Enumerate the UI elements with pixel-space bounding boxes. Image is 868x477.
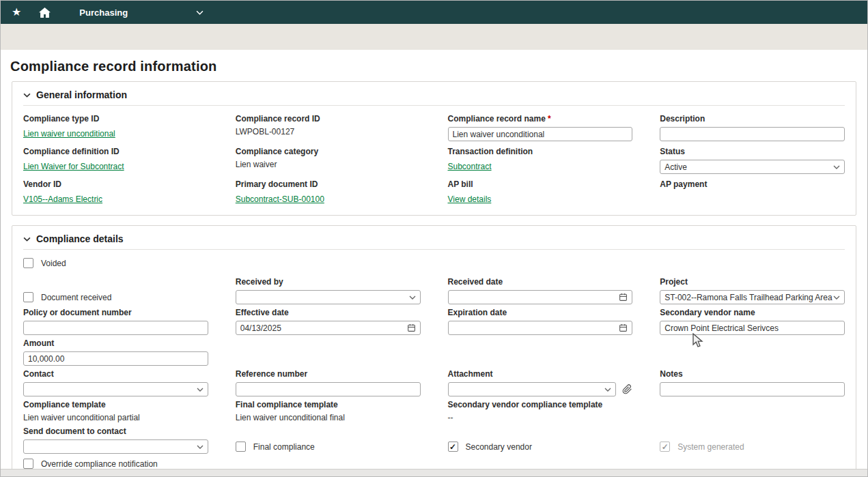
calendar-icon	[407, 323, 416, 332]
field-final-compliance-template: Final compliance template Lien waiver un…	[236, 400, 421, 423]
field-notes: Notes	[660, 369, 845, 396]
calendar-icon	[619, 293, 628, 302]
required-asterisk: *	[548, 114, 551, 124]
field-amount: Amount	[23, 338, 208, 366]
field-send-document-to-contact: Send document to contact	[23, 427, 208, 454]
field-ap-bill: AP bill View details	[448, 179, 633, 205]
compliance-category-value: Lien waiver	[236, 160, 421, 170]
paperclip-icon[interactable]	[622, 384, 632, 394]
details-row-6: Send document to contact Final complianc…	[23, 427, 845, 454]
field-compliance-record-id: Compliance record ID LWPOBL-00127	[236, 114, 421, 137]
chevron-down-icon	[196, 10, 204, 15]
chevron-down-icon	[604, 388, 611, 392]
transaction-definition-link[interactable]: Subcontract	[448, 162, 492, 172]
app-window: ★ Purchasing Compliance record informati…	[0, 0, 868, 477]
document-received-checkbox[interactable]: Document received	[23, 292, 208, 304]
section-chevron-down-icon	[23, 93, 31, 98]
field-compliance-category: Compliance category Lien waiver	[236, 147, 421, 170]
compliance-template-value: Lien waiver unconditional partial	[23, 413, 208, 423]
override-compliance-notification-checkbox[interactable]: Override compliance notification	[23, 459, 845, 469]
chevron-down-icon	[833, 295, 840, 300]
details-row-1: Document received Received by Received d…	[23, 277, 845, 304]
field-reference-number: Reference number	[236, 369, 421, 396]
compliance-type-id-link[interactable]: Lien waiver unconditional	[23, 129, 115, 139]
details-row-4: Contact Reference number Attachment	[23, 369, 845, 396]
field-policy-or-document-number: Policy or document number	[23, 308, 208, 335]
topbar: ★ Purchasing	[1, 1, 867, 24]
secondary-vendor-name-input[interactable]	[660, 321, 845, 335]
notes-input[interactable]	[660, 382, 845, 396]
details-row-3: Amount	[23, 338, 845, 366]
attachment-select[interactable]	[448, 382, 617, 396]
app-menu-label: Purchasing	[79, 8, 128, 18]
field-secondary-vendor-compliance-template: Secondary vendor compliance template --	[448, 400, 633, 423]
page-title: Compliance record information	[1, 50, 867, 81]
home-icon[interactable]	[39, 8, 51, 18]
compliance-record-id-value: LWPOBL-00127	[236, 127, 421, 137]
details-row-2: Policy or document number Effective date…	[23, 308, 845, 335]
received-by-select[interactable]	[236, 290, 421, 304]
app-menu[interactable]: Purchasing	[79, 8, 204, 18]
field-secondary-vendor-name: Secondary vendor name	[660, 308, 845, 335]
ap-payment-value	[660, 192, 845, 203]
description-input[interactable]	[660, 127, 845, 141]
details-section-header[interactable]: Compliance details	[23, 231, 845, 250]
field-transaction-definition: Transaction definition Subcontract	[448, 147, 633, 172]
field-compliance-type-id: Compliance type ID Lien waiver unconditi…	[23, 114, 208, 139]
status-select[interactable]: Active	[660, 160, 845, 174]
field-ap-payment: AP payment	[660, 179, 845, 203]
compliance-definition-id-link[interactable]: Lien Waiver for Subcontract	[23, 162, 124, 172]
details-row-5: Compliance template Lien waiver uncondit…	[23, 400, 845, 423]
field-primary-document-id: Primary document ID Subcontract-SUB-0010…	[236, 179, 421, 205]
field-status: Status Active	[660, 147, 845, 174]
chevron-down-icon	[197, 445, 204, 449]
general-row-1: Compliance type ID Lien waiver unconditi…	[23, 114, 845, 141]
general-information-section: General information Compliance type ID L…	[12, 81, 856, 216]
final-compliance-template-value: Lien waiver unconditional final	[236, 413, 421, 423]
details-section-title: Compliance details	[36, 233, 124, 244]
amount-input[interactable]	[23, 351, 208, 366]
final-compliance-checkbox-box	[236, 442, 246, 452]
subheader-bar	[1, 24, 867, 50]
field-compliance-record-name: Compliance record name*	[448, 114, 633, 141]
system-generated-checkbox: System generated	[660, 442, 845, 454]
general-row-2: Compliance definition ID Lien Waiver for…	[23, 147, 845, 174]
compliance-details-section: Compliance details Voided Document recei…	[12, 225, 856, 476]
secondary-vendor-compliance-template-value: --	[448, 413, 633, 423]
document-received-checkbox-box	[23, 292, 33, 302]
field-vendor-id: Vendor ID V105--Adams Electric	[23, 179, 208, 205]
received-date-input[interactable]	[448, 290, 633, 304]
policy-or-document-number-input[interactable]	[23, 321, 208, 335]
field-received-date: Received date	[448, 277, 633, 304]
contact-select[interactable]	[23, 382, 208, 396]
field-received-by: Received by	[236, 277, 421, 304]
voided-checkbox[interactable]: Voided	[23, 258, 845, 268]
field-project: Project ST-002--Ramona Falls Trailhead P…	[660, 277, 845, 304]
field-description: Description	[660, 114, 845, 141]
vendor-id-link[interactable]: V105--Adams Electric	[23, 194, 102, 205]
reference-number-input[interactable]	[236, 382, 421, 396]
override-compliance-notification-checkbox-box	[23, 459, 33, 469]
general-section-title: General information	[36, 89, 127, 100]
compliance-record-name-input[interactable]	[448, 127, 633, 141]
section-chevron-down-icon	[23, 237, 31, 242]
primary-document-id-link[interactable]: Subcontract-SUB-00100	[236, 194, 324, 205]
effective-date-input[interactable]: 04/13/2025	[236, 321, 421, 335]
field-contact: Contact	[23, 369, 208, 396]
expiration-date-input[interactable]	[448, 321, 633, 335]
project-select[interactable]: ST-002--Ramona Falls Trailhead Parking A…	[660, 290, 845, 304]
favorites-star-icon[interactable]: ★	[12, 7, 21, 18]
field-expiration-date: Expiration date	[448, 308, 633, 335]
ap-bill-link[interactable]: View details	[448, 194, 492, 205]
system-generated-checkbox-box	[660, 442, 670, 452]
final-compliance-checkbox[interactable]: Final compliance	[236, 442, 421, 454]
voided-checkbox-box	[23, 258, 33, 268]
chevron-down-icon	[833, 165, 840, 169]
send-document-to-contact-select[interactable]	[23, 439, 208, 454]
general-section-header[interactable]: General information	[23, 87, 845, 106]
field-effective-date: Effective date 04/13/2025	[236, 308, 421, 335]
calendar-icon	[619, 323, 628, 332]
chevron-down-icon	[409, 295, 416, 300]
secondary-vendor-checkbox-box	[448, 442, 458, 452]
secondary-vendor-checkbox[interactable]: Secondary vendor	[448, 442, 633, 454]
